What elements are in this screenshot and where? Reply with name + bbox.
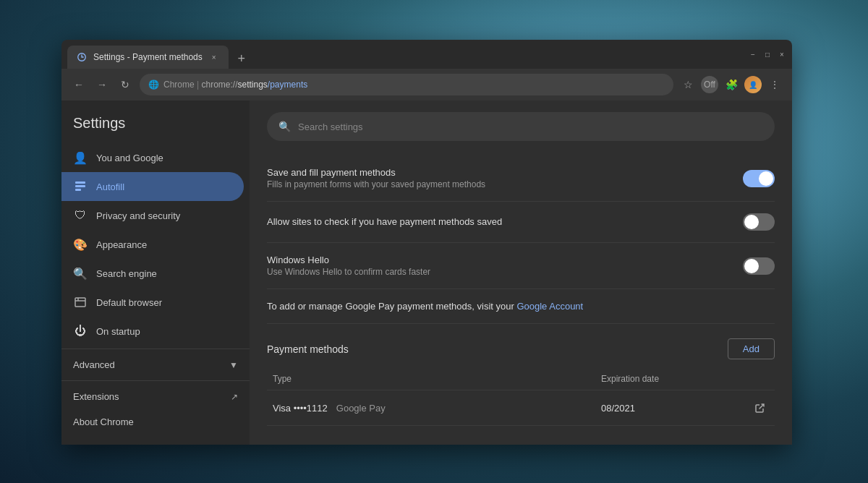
- url-base: chrome://: [201, 80, 237, 90]
- sidebar-item-privacy[interactable]: 🛡 Privacy and security: [61, 201, 244, 230]
- card-external-link-icon[interactable]: [746, 402, 775, 414]
- windows-hello-row: Windows Hello Use Windows Hello to confi…: [267, 243, 775, 289]
- back-button[interactable]: ←: [70, 76, 88, 93]
- sidebar-item-startup[interactable]: ⏻ On startup: [61, 317, 244, 346]
- maximize-button[interactable]: □: [763, 50, 772, 59]
- advanced-label: Advanced: [73, 359, 224, 370]
- tab-title: Settings - Payment methods: [93, 52, 203, 62]
- windows-hello-title: Windows Hello: [267, 255, 743, 265]
- expiry-date: 08/2021: [601, 403, 746, 414]
- sidebar-label-search: Search engine: [96, 268, 232, 279]
- tab-area: Settings - Payment methods × +: [67, 40, 749, 69]
- card-number: Visa ••••1112: [273, 403, 328, 414]
- shield-icon: 🛡: [73, 208, 88, 223]
- sidebar-divider-2: [61, 380, 250, 381]
- menu-button[interactable]: ⋮: [766, 76, 783, 93]
- sidebar-item-extensions[interactable]: Extensions ↗: [61, 384, 250, 409]
- column-expiration: Expiration date: [601, 374, 746, 384]
- settings-title: Settings: [61, 106, 250, 143]
- save-fill-row: Save and fill payment methods Fills in p…: [267, 155, 775, 202]
- browser-icon: [73, 295, 88, 309]
- payment-row-visa: Visa ••••1112 Google Pay 08/2021: [267, 390, 775, 426]
- save-fill-toggle[interactable]: [743, 170, 775, 187]
- url-text: Chrome | chrome://settings/payments: [163, 80, 307, 90]
- puzzle-icon[interactable]: 🧩: [723, 76, 740, 93]
- card-info: Visa ••••1112 Google Pay: [267, 403, 601, 414]
- search-bar-icon: 🔍: [278, 121, 291, 132]
- minimize-button[interactable]: −: [749, 50, 757, 59]
- google-account-link[interactable]: Google Account: [516, 301, 583, 312]
- external-link-icon: ↗: [231, 392, 238, 402]
- google-pay-row: To add or manage Google Pay payment meth…: [267, 289, 775, 324]
- column-actions: [746, 374, 775, 384]
- autofill-icon: [73, 179, 88, 194]
- close-button[interactable]: ×: [778, 50, 786, 59]
- column-type: Type: [267, 374, 601, 384]
- payment-methods-header: Payment methods Add: [267, 324, 775, 368]
- sidebar-divider-1: [61, 349, 250, 349]
- sidebar-label-appearance: Appearance: [96, 239, 232, 250]
- appearance-icon: 🎨: [73, 237, 88, 252]
- windows-hello-toggle-knob: [744, 259, 759, 273]
- windows-hello-toggle[interactable]: [743, 257, 775, 275]
- forward-button[interactable]: →: [93, 76, 111, 93]
- active-tab[interactable]: Settings - Payment methods ×: [67, 46, 229, 69]
- profile-button[interactable]: 👤: [744, 76, 762, 93]
- extensions-button[interactable]: Off: [701, 76, 718, 93]
- sidebar-section-advanced[interactable]: Advanced ▼: [61, 352, 250, 377]
- address-bar: ← → ↻ 🌐 Chrome | chrome://settings/payme…: [61, 69, 792, 101]
- extensions-label: Extensions: [73, 391, 222, 402]
- svg-rect-1: [75, 181, 85, 184]
- sidebar-item-you-and-google[interactable]: 👤 You and Google: [61, 143, 244, 172]
- allow-sites-row: Allow sites to check if you have payment…: [267, 202, 775, 243]
- save-fill-info: Save and fill payment methods Fills in p…: [267, 167, 743, 189]
- search-placeholder: Search settings: [298, 121, 363, 132]
- svg-rect-2: [75, 185, 85, 187]
- sidebar-label-privacy: Privacy and security: [96, 210, 232, 221]
- payment-methods-title: Payment methods: [267, 343, 728, 355]
- browser-window: Settings - Payment methods × + − □ × ← →…: [61, 40, 792, 445]
- main-content: Settings 👤 You and Google Autofill 🛡 Pri…: [61, 101, 792, 445]
- bookmark-button[interactable]: ☆: [679, 76, 697, 93]
- tab-close-button[interactable]: ×: [208, 51, 220, 63]
- allow-sites-title: Allow sites to check if you have payment…: [267, 216, 743, 227]
- sidebar-item-search[interactable]: 🔍 Search engine: [61, 259, 244, 288]
- allow-sites-toggle[interactable]: [743, 213, 775, 231]
- tab-favicon: [76, 51, 88, 63]
- sidebar-label-autofill: Autofill: [96, 181, 232, 192]
- toolbar-icons: ☆ Off 🧩 👤 ⋮: [679, 76, 783, 93]
- title-bar: Settings - Payment methods × + − □ ×: [61, 40, 792, 69]
- sidebar-item-default-browser[interactable]: Default browser: [61, 288, 244, 317]
- url-bar[interactable]: 🌐 Chrome | chrome://settings/payments: [140, 74, 673, 95]
- power-icon: ⏻: [73, 324, 88, 338]
- window-controls: − □ ×: [749, 50, 786, 59]
- sidebar-label-you-and-google: You and Google: [96, 153, 232, 163]
- new-tab-button[interactable]: +: [231, 48, 252, 69]
- payment-table-header: Type Expiration date: [267, 368, 775, 390]
- person-icon: 👤: [73, 150, 88, 165]
- sidebar-label-startup: On startup: [96, 326, 232, 337]
- url-path: settings: [238, 80, 268, 90]
- allow-sites-toggle-knob: [744, 215, 759, 229]
- save-fill-toggle-knob: [759, 171, 773, 186]
- sidebar-label-default-browser: Default browser: [96, 297, 232, 308]
- add-payment-button[interactable]: Add: [728, 338, 775, 359]
- sidebar-item-appearance[interactable]: 🎨 Appearance: [61, 230, 244, 259]
- url-scheme: Chrome: [163, 80, 195, 90]
- card-provider: Google Pay: [336, 403, 386, 414]
- svg-rect-3: [75, 189, 81, 191]
- sidebar-item-about-chrome[interactable]: About Chrome: [61, 409, 250, 435]
- reload-button[interactable]: ↻: [116, 76, 134, 93]
- url-suffix: /payments: [268, 80, 307, 90]
- windows-hello-desc: Use Windows Hello to confirm cards faste…: [267, 267, 743, 277]
- allow-sites-info: Allow sites to check if you have payment…: [267, 216, 743, 228]
- sidebar-item-autofill[interactable]: Autofill: [61, 172, 244, 201]
- windows-hello-info: Windows Hello Use Windows Hello to confi…: [267, 255, 743, 277]
- save-fill-title: Save and fill payment methods: [267, 167, 743, 178]
- svg-rect-4: [75, 298, 85, 307]
- settings-content: 🔍 Search settings Save and fill payment …: [250, 101, 792, 445]
- advanced-arrow-icon: ▼: [229, 360, 238, 370]
- search-bar[interactable]: 🔍 Search settings: [267, 112, 775, 141]
- search-icon: 🔍: [73, 266, 88, 281]
- sidebar: Settings 👤 You and Google Autofill 🛡 Pri…: [61, 101, 250, 445]
